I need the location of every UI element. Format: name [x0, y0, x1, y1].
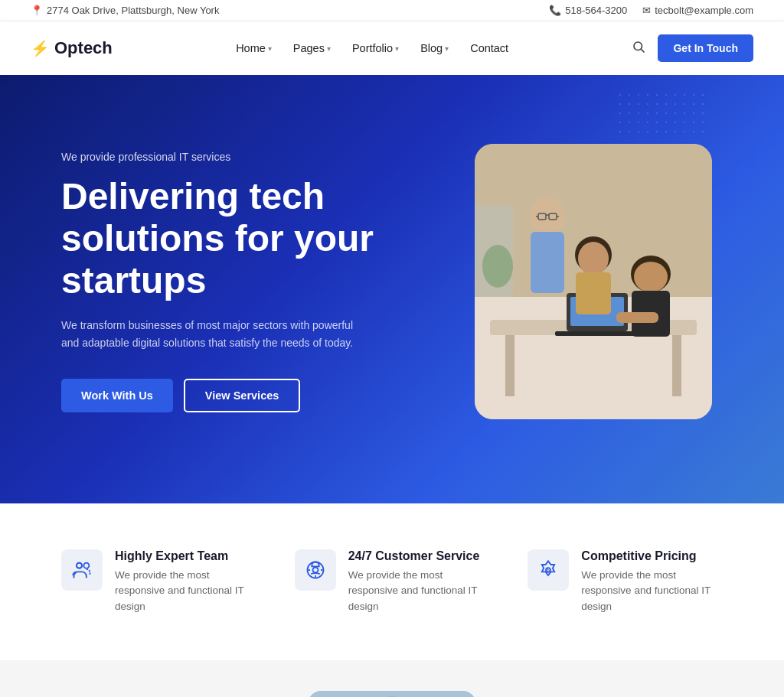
feature-pricing: $ Competitive Pricing We provide the mos… — [528, 549, 723, 614]
nav-contact[interactable]: Contact — [470, 42, 508, 54]
get-in-touch-button[interactable]: Get In Touch — [658, 34, 753, 62]
hero-image — [475, 144, 712, 419]
nav-pages[interactable]: Pages ▾ — [293, 42, 331, 54]
view-services-button[interactable]: View Services — [184, 379, 300, 412]
svg-rect-6 — [672, 335, 681, 396]
pages-chevron-icon: ▾ — [327, 44, 331, 53]
email-item: ✉ tecbolt@example.com — [642, 5, 753, 16]
svg-point-13 — [578, 242, 609, 275]
nav-right: Get In Touch — [632, 34, 753, 62]
address-text: 2774 Oak Drive, Plattsburgh, New York — [47, 5, 219, 16]
svg-point-10 — [531, 197, 564, 236]
phone-icon: 📞 — [549, 5, 561, 16]
pricing-icon: $ — [537, 559, 559, 581]
address-item: 📍 2774 Oak Drive, Plattsburgh, New York — [31, 5, 219, 16]
hero-title: Delivering tech solutions for your start… — [61, 175, 429, 302]
top-bar-right: 📞 518-564-3200 ✉ tecbolt@example.com — [549, 5, 753, 16]
nav-home[interactable]: Home ▾ — [236, 42, 272, 54]
feature-pricing-text: Competitive Pricing We provide the most … — [581, 549, 723, 614]
feature-pricing-title: Competitive Pricing — [581, 549, 723, 563]
svg-point-0 — [634, 42, 642, 50]
feature-support-icon-box — [295, 549, 336, 591]
svg-point-28 — [77, 563, 82, 568]
feature-team-desc: We provide the most responsive and funct… — [115, 568, 256, 614]
home-chevron-icon: ▾ — [268, 44, 272, 53]
top-bar: 📍 2774 Oak Drive, Plattsburgh, New York … — [0, 0, 784, 21]
feature-support-desc: We provide the most responsive and funct… — [348, 568, 490, 614]
nav-links: Home ▾ Pages ▾ Portfolio ▾ Blog ▾ Contac… — [236, 42, 508, 54]
hero-right — [475, 144, 720, 419]
top-bar-left: 📍 2774 Oak Drive, Plattsburgh, New York — [31, 5, 219, 16]
svg-point-25 — [482, 245, 513, 288]
features-section: Highly Expert Team We provide the most r… — [0, 503, 784, 660]
feature-support-title: 24/7 Customer Service — [348, 549, 490, 563]
support-icon — [305, 559, 326, 581]
feature-team-title: Highly Expert Team — [115, 549, 256, 563]
hero-description: We transform businesses of most major se… — [61, 317, 368, 351]
feature-pricing-icon-box: $ — [528, 549, 569, 591]
svg-rect-9 — [555, 331, 639, 336]
feature-team-text: Highly Expert Team We provide the most r… — [115, 549, 256, 614]
features-grid: Highly Expert Team We provide the most r… — [61, 549, 723, 614]
hero-illustration — [475, 144, 712, 419]
team-icon — [71, 559, 93, 581]
bottom-teaser — [0, 660, 784, 697]
email-icon: ✉ — [642, 5, 651, 16]
navbar: ⚡ Optech Home ▾ Pages ▾ Portfolio ▾ Blog… — [0, 21, 784, 75]
hero-section: We provide professional IT services Deli… — [0, 75, 784, 503]
feature-pricing-desc: We provide the most responsive and funct… — [581, 568, 723, 614]
nav-portfolio[interactable]: Portfolio ▾ — [352, 42, 399, 54]
logo[interactable]: ⚡ Optech — [31, 38, 113, 58]
svg-rect-14 — [576, 272, 611, 314]
feature-support-text: 24/7 Customer Service We provide the mos… — [348, 549, 490, 614]
search-button[interactable] — [632, 40, 645, 57]
hero-tagline: We provide professional IT services — [61, 151, 429, 163]
work-with-us-button[interactable]: Work With Us — [61, 379, 173, 412]
svg-point-27 — [83, 563, 89, 568]
teaser-illustration — [308, 691, 476, 697]
svg-point-16 — [634, 262, 668, 292]
phone-text: 518-564-3200 — [565, 5, 627, 16]
email-text: tecbolt@example.com — [655, 5, 753, 16]
feature-team: Highly Expert Team We provide the most r… — [61, 549, 256, 614]
svg-rect-11 — [531, 232, 564, 293]
svg-text:$: $ — [547, 567, 550, 572]
logo-text: Optech — [54, 38, 113, 58]
svg-rect-18 — [616, 312, 658, 323]
portfolio-chevron-icon: ▾ — [395, 44, 399, 53]
teaser-card — [308, 691, 476, 697]
blog-chevron-icon: ▾ — [445, 44, 449, 53]
logo-bolt-icon: ⚡ — [31, 39, 50, 57]
feature-team-icon-box — [61, 549, 103, 591]
phone-item: 📞 518-564-3200 — [549, 5, 627, 16]
feature-support: 24/7 Customer Service We provide the mos… — [295, 549, 490, 614]
svg-line-1 — [642, 49, 645, 52]
nav-blog[interactable]: Blog ▾ — [420, 42, 449, 54]
svg-rect-5 — [505, 335, 514, 396]
hero-buttons: Work With Us View Services — [61, 379, 429, 412]
svg-point-30 — [312, 568, 318, 573]
location-icon: 📍 — [31, 5, 43, 16]
hero-left: We provide professional IT services Deli… — [61, 151, 429, 412]
